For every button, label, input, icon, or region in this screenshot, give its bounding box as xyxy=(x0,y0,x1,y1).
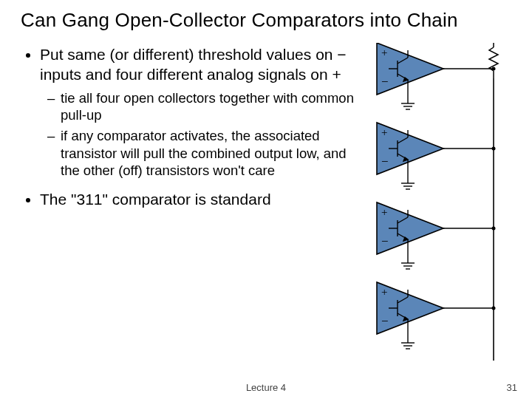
comparator-4: + − xyxy=(377,282,496,349)
bullet-1-text: Put same (or different) threshold values… xyxy=(40,46,347,83)
pullup-resistor-icon xyxy=(489,43,498,78)
ground-icon xyxy=(401,90,415,109)
footer-page-number: 31 xyxy=(507,382,517,393)
bullet-2: The "311" comparator is standard xyxy=(40,190,361,210)
circuit-diagram: + − xyxy=(362,43,517,383)
comparator-1: + − xyxy=(377,43,496,109)
minus-label: − xyxy=(381,234,389,248)
minus-label: − xyxy=(381,154,389,168)
bullet-1: Put same (or different) threshold values… xyxy=(40,45,361,180)
plus-label: + xyxy=(381,286,387,298)
plus-label: + xyxy=(381,126,387,138)
bus-node-icon xyxy=(492,67,496,71)
comparator-3: + − xyxy=(377,202,496,269)
plus-label: + xyxy=(381,47,387,58)
minus-label: − xyxy=(381,75,389,89)
plus-label: + xyxy=(381,206,387,218)
bus-node-icon xyxy=(492,227,496,231)
bus-node-icon xyxy=(492,147,496,151)
bullet-list: Put same (or different) threshold values… xyxy=(21,45,361,210)
sub-bullet-1a: tie all four open collectors together wi… xyxy=(61,89,361,124)
slide-title: Can Gang Open-Collector Comparators into… xyxy=(21,9,511,32)
bus-node-icon xyxy=(492,307,496,310)
ground-icon xyxy=(401,170,415,189)
footer-lecture: Lecture 4 xyxy=(0,382,532,393)
sub-bullet-list: tie all four open collectors together wi… xyxy=(40,89,361,180)
ground-icon xyxy=(401,330,415,349)
comparator-2: + − xyxy=(377,123,496,189)
minus-label: − xyxy=(381,314,389,328)
circuit-svg: + − xyxy=(362,43,517,390)
text-column: Put same (or different) threshold values… xyxy=(21,45,361,220)
slide: Can Gang Open-Collector Comparators into… xyxy=(0,0,532,399)
sub-bullet-1b: if any comparator activates, the associa… xyxy=(61,127,361,180)
ground-icon xyxy=(401,250,415,269)
